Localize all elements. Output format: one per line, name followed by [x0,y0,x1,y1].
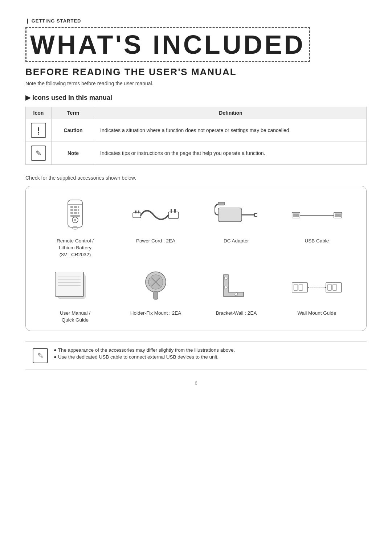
svg-marker-57 [307,286,309,288]
svg-rect-4 [78,206,79,208]
note-icon-cell: ✎ [26,142,52,165]
svg-point-14 [72,226,78,229]
svg-rect-10 [78,212,79,214]
accessory-item-bracket-wall: Bracket-Wall : 2EA [198,269,275,324]
note-box: ✎ The appearance of the accessories may … [25,341,367,369]
caution-definition: Indicates a situation where a function d… [95,119,367,142]
svg-rect-56 [333,284,337,290]
svg-rect-19 [171,209,172,213]
icons-section-title: Icons used in this manual [25,94,367,102]
accessory-label-dc-adapter: DC Adapter [224,238,249,245]
svg-rect-16 [135,210,136,213]
accessory-label-bracket-wall: Bracket-Wall : 2EA [216,310,257,317]
accessory-item-remote-control: Remote Control /Lithium Battery(3V : CR2… [37,197,114,258]
accessory-item-user-manual: User Manual /Quick Guide [37,269,114,324]
note-item-1: The appearance of the accessories may di… [54,347,235,353]
accessory-label-power-cord: Power Cord : 2EA [136,238,175,245]
svg-rect-52 [299,284,303,290]
note-definition: Indicates tips or instructions on the pa… [95,142,367,165]
svg-rect-21 [218,208,242,222]
svg-rect-9 [74,212,77,214]
accessory-label-wall-mount-guide: Wall Mount Guide [298,310,336,317]
svg-point-13 [74,219,76,221]
svg-rect-7 [78,209,79,211]
svg-rect-37 [55,272,83,297]
svg-point-49 [235,293,238,296]
note-term: Note [52,142,95,165]
table-header-term: Term [52,107,95,119]
holder-fix-mount-image [130,269,181,306]
caution-icon-cell [26,119,52,142]
svg-rect-17 [138,210,139,213]
svg-rect-20 [174,209,176,213]
svg-rect-6 [74,209,77,211]
page-number: 6 [25,380,367,386]
accessory-label-holder-fix-mount: Holder-Fix Mount : 2EA [130,310,181,317]
note-box-icon: ✎ [33,348,48,363]
subtitle-note: Note the following terms before reading … [25,81,367,86]
note-item-2: Use the dedicated USB cable to connect e… [54,354,235,360]
accessory-label-user-manual: User Manual /Quick Guide [60,310,90,324]
table-header-icon: Icon [26,107,52,119]
subtitle: BEFORE READING THE USER'S MANUAL [25,66,367,78]
svg-rect-15 [133,213,141,218]
accessory-item-wall-mount-guide: Wall Mount Guide [278,269,355,324]
note-icon: ✎ [31,146,46,161]
usb-cable-image [291,197,342,233]
accessory-item-usb-cable: USB Cable [278,197,355,258]
icons-table: Icon Term Definition Caution Indicates a… [25,107,367,165]
svg-rect-54 [326,282,342,292]
accessory-item-holder-fix-mount: Holder-Fix Mount : 2EA [117,269,194,324]
svg-rect-2 [70,206,73,208]
dc-adapter-image [211,197,262,233]
accessory-label-remote: Remote Control /Lithium Battery(3V : CR2… [57,238,94,258]
caution-term: Caution [52,119,95,142]
accessories-box: Remote Control /Lithium Battery(3V : CR2… [25,186,367,331]
svg-rect-55 [328,284,332,290]
accessory-label-usb-cable: USB Cable [305,238,329,245]
svg-point-48 [224,286,227,289]
caution-icon [31,123,46,138]
bracket-wall-image [211,269,262,306]
accessories-note: Check for the supplied accessories shown… [25,175,367,181]
svg-point-47 [224,277,227,280]
svg-rect-51 [294,284,298,290]
remote-control-image [50,197,101,233]
main-title: WHAT'S INCLUDED [25,27,310,62]
svg-rect-3 [74,206,77,208]
svg-rect-26 [218,202,225,205]
svg-rect-11 [70,215,80,217]
svg-rect-18 [168,212,179,218]
svg-rect-46 [154,291,158,299]
power-cord-image [130,197,181,233]
table-row: Caution Indicates a situation where a fu… [26,119,367,142]
svg-rect-5 [70,209,73,211]
table-row: ✎ Note Indicates tips or instructions on… [26,142,367,165]
table-header-definition: Definition [95,107,367,119]
accessories-grid: Remote Control /Lithium Battery(3V : CR2… [37,197,355,323]
accessory-item-power-cord: Power Cord : 2EA [117,197,194,258]
accessory-item-dc-adapter: DC Adapter [198,197,275,258]
wall-mount-guide-image [291,269,342,306]
section-label: GETTING STARTED [25,18,367,24]
note-bullets: The appearance of the accessories may di… [54,347,235,361]
svg-rect-8 [70,212,73,214]
user-manual-image [50,269,101,306]
svg-marker-58 [324,286,326,288]
svg-rect-50 [292,282,308,292]
